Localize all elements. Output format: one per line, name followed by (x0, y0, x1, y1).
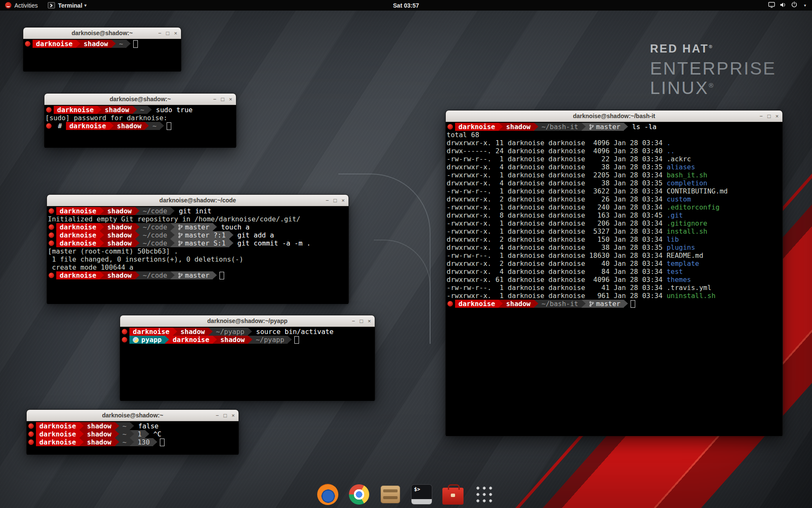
git-branch-icon (178, 240, 183, 246)
powerline-separator-icon (213, 271, 217, 279)
terminal-window-exitcodes[interactable]: darknoise@shadow:~ − □ × darknoiseshadow… (26, 409, 239, 454)
terminal-content[interactable]: darknoiseshadow~/bash-itmaster ls -latot… (446, 122, 782, 436)
minimize-button[interactable]: − (326, 198, 329, 203)
terminal-window-sudo[interactable]: darknoise@shadow:~ − □ × darknoiseshadow… (44, 93, 236, 147)
powerline-separator-icon (76, 40, 80, 48)
minimize-button[interactable]: − (352, 318, 355, 324)
terminal-line: -rw-rw-r--. 1 darknoise darknoise 3622 J… (447, 187, 782, 195)
prompt-segment-user: darknoise (56, 223, 100, 231)
prompt-segment-path: ~/code (140, 207, 171, 215)
prompt-segment-host: shadow (503, 300, 534, 308)
maximize-button[interactable]: □ (768, 113, 771, 119)
minimize-button[interactable]: − (213, 97, 217, 102)
close-button[interactable]: × (368, 318, 371, 324)
terminal-line: darknoiseshadow~ sudo true (45, 106, 235, 114)
terminal-text: CONTRIBUTING.md (667, 187, 728, 195)
terminal-line: drwxrwxr-x. 61 darknoise darknoise 4096 … (447, 276, 782, 284)
terminal-content[interactable]: darknoiseshadow~ falsedarknoiseshadow~1 … (27, 421, 239, 455)
powerline-separator-icon (97, 106, 102, 114)
terminal-window-bash-it[interactable]: darknoise@shadow:~/bash-it − □ × darknoi… (445, 110, 783, 435)
prompt-segment-user: darknoise (36, 422, 80, 430)
terminal-line: pyappdarknoiseshadow~/pyapp (121, 336, 374, 344)
terminal-line: drwxrwxr-x. 8 darknoise darknoise 163 Ja… (447, 211, 782, 219)
close-button[interactable]: × (231, 413, 235, 418)
terminal-content[interactable]: darknoiseshadow~ (23, 39, 181, 72)
terminal-text: test (667, 268, 683, 276)
powerline-separator-icon (100, 239, 104, 247)
titlebar[interactable]: darknoise@shadow:~/pyapp − □ × (120, 315, 375, 327)
terminal-window-code[interactable]: darknoise@shadow:~/code − □ × darknoises… (47, 194, 349, 303)
dock-app-grid[interactable] (472, 482, 497, 507)
terminal-window-home-small[interactable]: darknoise@shadow:~ − □ × darknoiseshadow… (23, 27, 181, 71)
minimize-button[interactable]: − (158, 30, 162, 36)
dock-firefox[interactable] (315, 482, 340, 507)
clock[interactable]: Sat 03:57 (393, 0, 419, 11)
prompt-segment-path: ~ (119, 422, 130, 430)
terminal-text: bash_it.sh (667, 171, 707, 179)
powerline-separator-icon (80, 422, 84, 430)
titlebar[interactable]: darknoise@shadow:~ − □ × (23, 28, 181, 39)
terminal-window-pyapp[interactable]: darknoise@shadow:~/pyapp − □ × darknoise… (120, 315, 375, 400)
powerline-separator-icon (213, 223, 217, 231)
powerline-separator-icon (135, 231, 140, 239)
terminal-text: -rwxrwxr-x. 1 darknoise darknoise 961 Ja… (447, 292, 667, 300)
terminal-text: -rw-rw-r--. 1 darknoise darknoise 3622 J… (447, 187, 667, 195)
terminal-line: -rw-rw-r--. 1 darknoise darknoise 22 Jan… (447, 155, 782, 163)
prompt-segment-host: shadow (104, 231, 135, 239)
prompt-segment-git: master (586, 123, 624, 131)
close-button[interactable]: × (775, 113, 779, 119)
titlebar[interactable]: darknoise@shadow:~ − □ × (44, 94, 236, 105)
window-title: darknoise@shadow:~/pyapp (207, 318, 288, 324)
terminal-content[interactable]: darknoiseshadow~/pyapp source bin/activa… (120, 327, 375, 401)
prompt-segment-user: darknoise (54, 106, 97, 114)
terminal-line: drwx------. 24 darknoise darknoise 4096 … (447, 147, 782, 155)
prompt-segment-host: shadow (217, 336, 248, 344)
powerline-separator-icon (288, 336, 292, 344)
close-button[interactable]: × (341, 198, 345, 203)
terminal-line: darknoiseshadow~/codemaster ?:1 git add … (48, 231, 348, 239)
redhat-prompt-icon (447, 301, 453, 306)
terminal-line: total 68 (447, 131, 782, 139)
terminal-line: darknoiseshadow~/codemaster (48, 271, 348, 279)
powerline-separator-icon (534, 123, 538, 131)
terminal-line: darknoiseshadow~/pyapp source bin/activa… (121, 328, 374, 336)
maximize-button[interactable]: □ (166, 30, 170, 36)
wordmark-red-hat: RED HAT® (650, 42, 776, 55)
titlebar[interactable]: darknoise@shadow:~/bash-it − □ × (446, 110, 782, 122)
python-venv-icon (133, 337, 139, 343)
close-button[interactable]: × (229, 97, 232, 102)
dock-files[interactable] (378, 482, 403, 507)
terminal-text: sudo true (152, 106, 192, 114)
terminal-content[interactable]: darknoiseshadow~/code git initInitialize… (47, 206, 348, 304)
app-menu-terminal[interactable]: Terminal ▾ (43, 0, 91, 11)
terminal-text: .ackrc (667, 155, 691, 163)
powerline-separator-icon (170, 207, 175, 215)
maximize-button[interactable]: □ (334, 198, 337, 203)
dock-chrome[interactable] (347, 482, 371, 507)
terminal-line: darknoiseshadow~/codemaster touch a (48, 223, 348, 231)
powerline-separator-icon (208, 328, 213, 336)
terminal-text: custom (667, 195, 691, 203)
terminal-content[interactable]: darknoiseshadow~ sudo true[sudo] passwor… (44, 105, 236, 148)
maximize-button[interactable]: □ (360, 318, 363, 324)
maximize-button[interactable]: □ (221, 97, 225, 102)
titlebar[interactable]: darknoise@shadow:~/code − □ × (47, 195, 348, 206)
redhat-prompt-icon (46, 107, 52, 113)
activities-button[interactable]: Activities (0, 0, 43, 11)
minimize-button[interactable]: − (760, 113, 763, 119)
redhat-logo-icon (5, 2, 11, 8)
dock-toolbox[interactable] (441, 482, 465, 507)
maximize-button[interactable]: □ (224, 413, 227, 418)
system-status-area[interactable]: ▾ (765, 0, 809, 11)
close-button[interactable]: × (174, 30, 177, 36)
terminal-text: false (134, 422, 159, 430)
prompt-segment-path: ~/bash-it (538, 300, 582, 308)
minimize-button[interactable]: − (216, 413, 219, 418)
terminal-text: drwxrwxr-x. 4 darknoise darknoise 38 Jan… (447, 163, 667, 171)
titlebar[interactable]: darknoise@shadow:~ − □ × (27, 410, 239, 421)
powerline-separator-icon (100, 223, 104, 231)
terminal-line: -rw-rw-r--. 1 darknoise darknoise 18630 … (447, 251, 782, 260)
dock-terminal[interactable]: $> (409, 482, 434, 507)
powerline-separator-icon (100, 271, 104, 279)
git-branch-icon (178, 224, 183, 230)
